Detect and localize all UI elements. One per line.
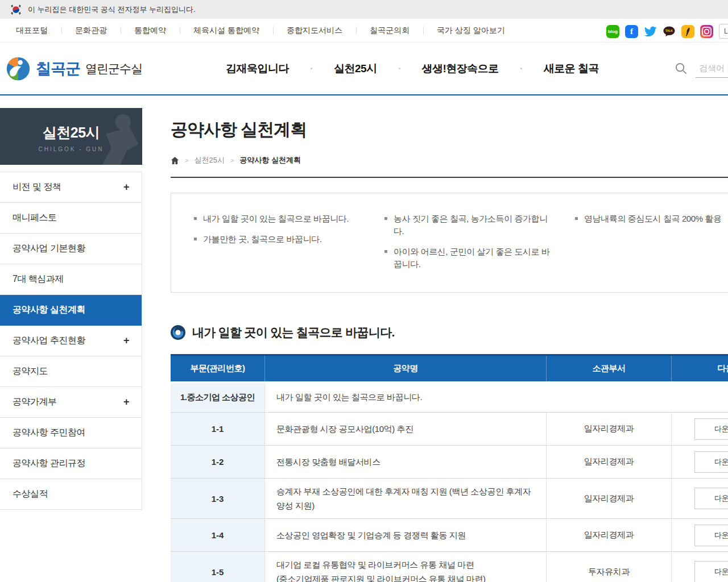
main-content: 공약사항 실천계획 > 실천25시 > 공약사항 실천계획 내가 일할 곳이 있… xyxy=(171,108,728,582)
gnb-item-field[interactable]: 생생!현장속으로 xyxy=(400,61,520,76)
pledge-title-cell: 문화관광형 시장 공모사업(10억) 추진 xyxy=(264,413,546,445)
sidebar-item-pledge-ledger[interactable]: 공약가계부+ xyxy=(0,387,142,418)
sidebar-header: 실천25시 CHILGOK - GUN xyxy=(0,108,142,165)
breadcrumb-item[interactable]: 실천25시 xyxy=(194,155,224,165)
home-icon[interactable] xyxy=(171,156,179,165)
sidebar-item-manifesto[interactable]: 매니페스토 xyxy=(0,203,142,234)
gov-banner-text: 이 누리집은 대한민국 공식 전자정부 누리집입니다. xyxy=(28,5,196,15)
col-header-download: 다운로드 xyxy=(671,356,728,381)
site-logo[interactable]: 칠곡군 열린군수실 xyxy=(6,56,176,81)
util-link-map[interactable]: 종합지도서비스 xyxy=(273,26,356,36)
table-row: 1-4 소상공인 영업확장 및 기업승계 등 경쟁력 활동 지원 일자리경제과 … xyxy=(171,519,728,552)
pledge-number-cell: 1-4 xyxy=(171,519,264,551)
pledge-number-cell: 1-3 xyxy=(171,479,264,518)
section-swirl-icon xyxy=(171,325,185,340)
gnb-item-mayor[interactable]: 김재욱입니다 xyxy=(204,61,311,76)
pledge-title-cell: 전통시장 맞춤형 배달서비스 xyxy=(264,446,546,478)
department-cell: 일자리경제과 xyxy=(546,519,671,551)
section-title: 내가 일할 곳이 있는 칠곡으로 바꿉니다. xyxy=(192,325,395,340)
summary-column-1: 내가 일할 곳이 있는 칠곡으로 바꿉니다. 가볼만한 곳, 칠곡으로 바꿉니다… xyxy=(194,213,384,278)
download-button[interactable]: 다운로드 xyxy=(694,418,728,440)
instagram-icon[interactable] xyxy=(700,25,713,38)
table-row: 1-3 승계자 부재 소상공인에 대한 후계자 매칭 지원 (백년 소상공인 후… xyxy=(171,479,728,519)
svg-text:TALK: TALK xyxy=(665,29,673,32)
sidebar-menu: 비전 및 정책+ 매니페스토 공약사업 기본현황 7대 핵심과제 공약사항 실천… xyxy=(0,172,142,510)
search-icon[interactable] xyxy=(675,62,688,75)
brand-name: 칠곡군 xyxy=(36,59,80,79)
utility-nav: 대표포털 문화관광 통합예약 체육시설 통합예약 종합지도서비스 칠곡군의회 국… xyxy=(0,19,728,43)
sidebar-item-vision[interactable]: 비전 및 정책+ xyxy=(0,172,142,203)
sidebar: 실천25시 CHILGOK - GUN 비전 및 정책+ 매니페스토 공약사업 … xyxy=(0,108,142,510)
facebook-icon[interactable]: f xyxy=(625,25,638,38)
sidebar-item-basic-status[interactable]: 공약사업 기본현황 xyxy=(0,234,142,264)
table-row: 1-5 대기업 로컬 유통협약 및 라이브커머스 유통 채널 마련 (중소기업제… xyxy=(171,552,728,582)
download-button[interactable]: 다운로드 xyxy=(694,488,728,509)
download-cell: 다운로드 xyxy=(671,446,728,478)
gnb-item-new-chilgok[interactable]: 새로운 칠곡 xyxy=(522,61,621,76)
util-link-culture[interactable]: 문화관광 xyxy=(61,26,121,36)
sidebar-item-action-plan[interactable]: 공약사항 실천계획 xyxy=(0,295,142,326)
search-input[interactable] xyxy=(696,60,728,78)
download-button[interactable]: 다운로드 xyxy=(694,451,728,473)
download-button[interactable]: 다운로드 xyxy=(694,525,728,546)
breadcrumb-current: 공약사항 실천계획 xyxy=(239,155,301,165)
chilgok-logo-icon xyxy=(6,56,31,81)
table-category-row: 1.중소기업 소상공인 내가 일할 곳이 있는 칠곡으로 바꿉니다. xyxy=(171,383,728,413)
sidebar-item-pledge-map[interactable]: 공약지도 xyxy=(0,356,142,387)
department-cell: 일자리경제과 xyxy=(546,446,671,478)
sidebar-item-progress[interactable]: 공약사업 추진현황+ xyxy=(0,326,142,356)
kakaostory-icon[interactable] xyxy=(681,25,694,38)
breadcrumb-separator: > xyxy=(185,157,188,164)
util-link-symbols[interactable]: 국가 상징 알아보기 xyxy=(423,26,519,36)
util-link-reservation[interactable]: 통합예약 xyxy=(121,26,180,36)
gnb-item-action25[interactable]: 실천25시 xyxy=(312,61,399,76)
pledge-number-cell: 1-1 xyxy=(171,413,264,445)
summary-item: 아이와 어르신, 군민이 살기 좋은 도시로 바꿉니다. xyxy=(384,246,558,271)
sidebar-item-management-rules[interactable]: 공약사항 관리규정 xyxy=(0,448,142,479)
summary-column-3: 영남내륙의 중심도시 칠곡 200% 활용 xyxy=(575,213,728,278)
expand-plus-icon[interactable]: + xyxy=(123,335,129,347)
download-button[interactable]: 다운로드 xyxy=(694,561,728,582)
col-header-category: 부문(관리번호) xyxy=(171,356,264,381)
category-title-cell: 내가 일할 곳이 있는 칠곡으로 바꿉니다. xyxy=(264,383,728,412)
site-header: 칠곡군 열린군수실 김재욱입니다 실천25시 생생!현장속으로 새로운 칠곡 xyxy=(0,43,728,95)
pledge-table: 부문(관리번호) 공약명 소관부서 다운로드 1.중소기업 소상공인 내가 일할… xyxy=(171,354,728,582)
summary-item: 영남내륙의 중심도시 칠곡 200% 활용 xyxy=(575,213,728,225)
pledge-number-cell: 1-2 xyxy=(171,446,264,478)
col-header-department: 소관부서 xyxy=(546,356,671,381)
sidebar-item-7-core-tasks[interactable]: 7대 핵심과제 xyxy=(0,264,142,295)
util-link-portal[interactable]: 대표포털 xyxy=(10,26,61,36)
summary-item: 내가 일할 곳이 있는 칠곡으로 바꿉니다. xyxy=(194,213,367,225)
util-link-sports[interactable]: 체육시설 통합예약 xyxy=(180,26,273,36)
pledge-title-cell: 소상공인 영업확장 및 기업승계 등 경쟁력 활동 지원 xyxy=(264,519,546,551)
bullet-square-icon xyxy=(384,250,387,253)
sidebar-item-resident-participation[interactable]: 공약사항 주민참여 xyxy=(0,418,142,448)
expand-plus-icon[interactable]: + xyxy=(123,396,129,408)
kakaotalk-icon[interactable]: TALK xyxy=(663,25,676,38)
table-row: 1-1 문화관광형 시장 공모사업(10억) 추진 일자리경제과 다운로드 xyxy=(171,413,728,446)
util-link-council[interactable]: 칠곡군의회 xyxy=(356,26,423,36)
bullet-square-icon xyxy=(384,217,387,220)
table-header-row: 부문(관리번호) 공약명 소관부서 다운로드 xyxy=(171,356,728,381)
expand-plus-icon[interactable]: + xyxy=(123,181,129,193)
twitter-icon[interactable] xyxy=(644,25,657,38)
pledge-summary-box: 내가 일할 곳이 있는 칠곡으로 바꿉니다. 가볼만한 곳, 칠곡으로 바꿉니다… xyxy=(171,193,728,293)
gov-banner: 이 누리집은 대한민국 공식 전자정부 누리집입니다. xyxy=(0,0,728,19)
naver-blog-icon[interactable]: blog xyxy=(606,25,619,38)
summary-column-2: 농사 짓기 좋은 칠곡, 농가소득이 증가합니다. 아이와 어르신, 군민이 살… xyxy=(384,213,575,278)
table-row: 1-2 전통시장 맞춤형 배달서비스 일자리경제과 다운로드 xyxy=(171,446,728,479)
utility-links: 대표포털 문화관광 통합예약 체육시설 통합예약 종합지도서비스 칠곡군의회 국… xyxy=(10,26,519,36)
login-button[interactable]: L xyxy=(719,24,728,39)
pledge-number-cell: 1-5 xyxy=(171,552,264,582)
korea-flag-icon xyxy=(10,4,22,15)
download-cell: 다운로드 xyxy=(671,413,728,445)
bullet-square-icon xyxy=(575,217,578,220)
social-links: blog f TALK L xyxy=(606,24,728,39)
page-title: 공약사항 실천계획 xyxy=(171,118,728,142)
bullet-square-icon xyxy=(194,217,197,220)
department-cell: 일자리경제과 xyxy=(546,479,671,518)
content-divider xyxy=(171,177,728,178)
summary-item: 가볼만한 곳, 칠곡으로 바꿉니다. xyxy=(194,233,367,246)
sidebar-item-awards[interactable]: 수상실적 xyxy=(0,479,142,510)
breadcrumb: > 실천25시 > 공약사항 실천계획 xyxy=(171,155,728,165)
